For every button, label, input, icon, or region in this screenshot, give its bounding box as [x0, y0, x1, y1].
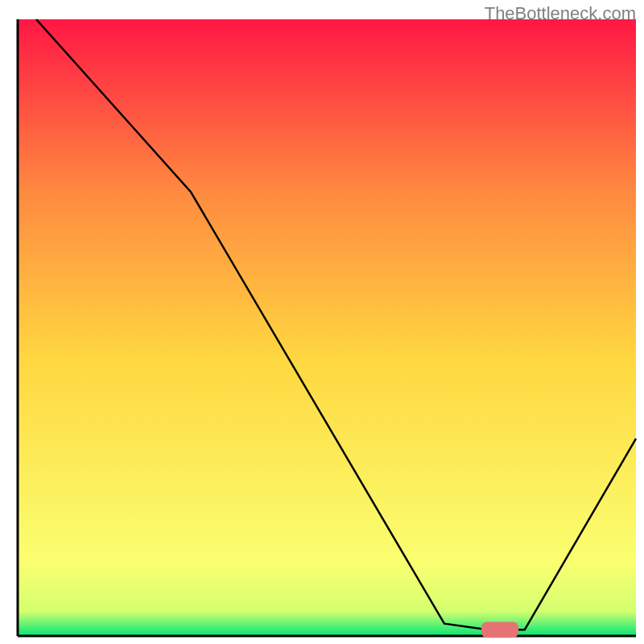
chart-svg [0, 0, 644, 644]
plot-background [18, 19, 636, 636]
watermark-text: TheBottleneck.com [485, 3, 636, 24]
chart-container: TheBottleneck.com [0, 0, 644, 644]
marker-pill [481, 621, 518, 638]
